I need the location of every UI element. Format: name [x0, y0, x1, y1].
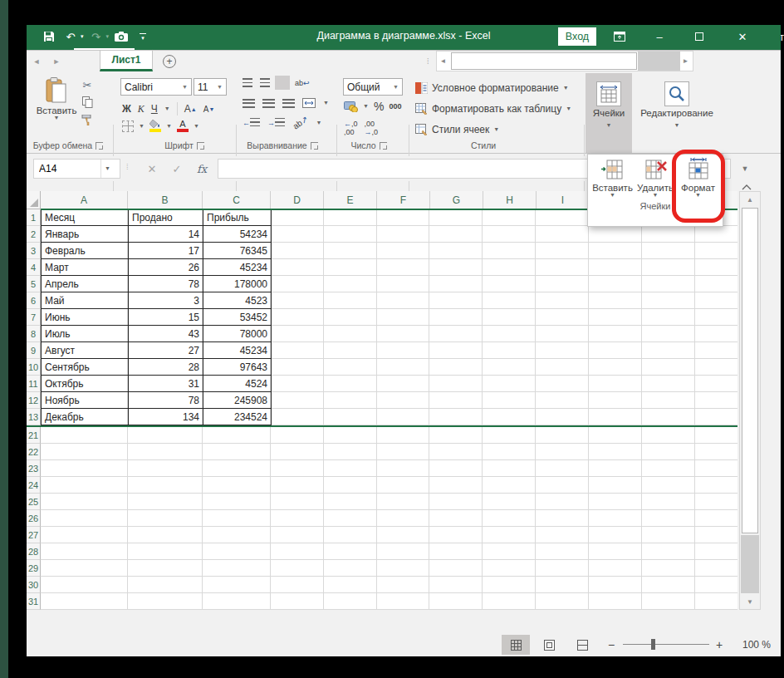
cell-c1[interactable]: Прибыль — [203, 209, 272, 226]
sold-cell[interactable]: 15 — [129, 309, 203, 326]
sold-cell[interactable]: 134 — [129, 409, 203, 425]
font-color-icon[interactable]: А — [177, 120, 189, 132]
formula-bar-expand-icon[interactable]: ▼ — [734, 159, 756, 179]
row-header[interactable]: 7 — [27, 309, 41, 326]
sold-cell[interactable]: 78 — [129, 392, 203, 409]
scroll-right-icon[interactable]: ► — [679, 52, 693, 71]
comma-style-button[interactable]: 000 — [389, 102, 401, 111]
borders-icon[interactable] — [122, 120, 134, 132]
row-header[interactable]: 29 — [27, 560, 41, 577]
cell-styles-button[interactable]: Стили ячеек▼ — [415, 120, 571, 138]
row-header[interactable]: 12 — [27, 392, 41, 409]
close-button[interactable]: ✕ — [726, 25, 759, 48]
column-header[interactable]: C — [203, 191, 271, 209]
row-header[interactable]: 9 — [27, 342, 41, 359]
row-header[interactable]: 31 — [27, 593, 41, 610]
table-row[interactable]: Март 26 45234 — [42, 259, 272, 276]
row-header[interactable]: 26 — [27, 510, 41, 527]
column-header[interactable]: D — [271, 191, 324, 209]
sold-cell[interactable]: 43 — [129, 326, 203, 342]
font-size-combo[interactable]: 11▼ — [194, 78, 227, 96]
sign-in-button[interactable]: Вход — [558, 27, 596, 46]
month-cell[interactable]: Август — [42, 342, 129, 359]
percent-style-button[interactable]: % — [374, 100, 384, 113]
scroll-down-icon[interactable]: ▼ — [740, 594, 760, 609]
horizontal-scrollbar-track[interactable] — [638, 52, 680, 71]
row-header[interactable]: 23 — [27, 460, 41, 477]
page-break-view-button[interactable] — [568, 635, 596, 655]
month-cell[interactable]: Ноябрь — [42, 392, 129, 409]
scroll-left-icon[interactable]: ◄ — [437, 52, 450, 71]
month-cell[interactable]: Октябрь — [42, 376, 129, 392]
format-painter-icon[interactable] — [80, 113, 95, 126]
merge-dropdown-icon[interactable]: ▼ — [323, 101, 329, 106]
vertical-scrollbar[interactable]: ▲ ▼ — [739, 191, 761, 610]
maximize-button[interactable] — [683, 25, 716, 48]
tabbar-resize-handle[interactable]: ⁞ — [427, 51, 429, 71]
column-header[interactable]: H — [483, 191, 537, 209]
zoom-slider-track[interactable] — [623, 644, 709, 645]
zoom-out-button[interactable]: − — [608, 638, 615, 651]
orientation-icon[interactable]: ab↗ — [292, 114, 310, 130]
row-header[interactable]: 8 — [27, 326, 41, 342]
profit-cell[interactable]: 45234 — [203, 342, 272, 359]
insert-function-icon[interactable]: fx — [191, 159, 213, 179]
paste-button[interactable]: Вставить ▼ — [37, 77, 76, 120]
table-row[interactable]: Январь 14 54234 — [42, 226, 272, 243]
select-all-corner[interactable] — [27, 191, 41, 209]
table-row[interactable]: Август 27 45234 — [42, 342, 272, 359]
format-as-table-button[interactable]: Форматировать как таблицу▼ — [415, 100, 571, 117]
wrap-text-icon[interactable]: ab↩ — [295, 79, 310, 87]
zoom-level[interactable]: 100 % — [728, 639, 771, 651]
name-box[interactable]: ▼ — [33, 159, 120, 179]
profit-cell[interactable]: 54234 — [203, 226, 272, 243]
sheet-tab-list1[interactable]: Лист1 — [100, 51, 153, 71]
zoom-slider-thumb[interactable] — [651, 639, 655, 650]
collapse-ribbon-icon[interactable] — [741, 183, 752, 191]
table-header-row[interactable]: Месяц Продано Прибыль — [42, 209, 272, 226]
profit-cell[interactable]: 4524 — [203, 376, 272, 392]
increase-indent-icon[interactable]: → — [267, 118, 285, 127]
increase-decimal-icon[interactable]: ←,0,00 — [344, 120, 358, 136]
row-header[interactable]: 25 — [27, 494, 41, 510]
bold-button[interactable]: Ж — [122, 100, 131, 118]
delete-dropdown-icon[interactable]: ▼ — [653, 193, 659, 198]
profit-cell[interactable]: 4523 — [203, 292, 272, 309]
row-header[interactable]: 30 — [27, 577, 41, 593]
align-center-icon[interactable] — [262, 99, 275, 108]
page-layout-view-button[interactable] — [535, 635, 563, 655]
decrease-indent-icon[interactable]: ← — [243, 118, 260, 127]
row-header[interactable]: 2 — [27, 226, 41, 243]
name-box-dropdown-icon[interactable]: ▼ — [100, 160, 114, 178]
row-header[interactable]: 11 — [27, 376, 41, 392]
row-header[interactable]: 4 — [27, 259, 41, 276]
vertical-scrollbar-thumb[interactable] — [742, 208, 758, 533]
align-top-icon[interactable] — [243, 78, 252, 87]
sold-cell[interactable]: 31 — [129, 376, 203, 392]
row-header[interactable]: 22 — [27, 444, 41, 460]
new-sheet-button[interactable]: + — [153, 51, 186, 71]
align-middle-icon[interactable] — [260, 78, 270, 87]
row-header[interactable]: 24 — [27, 477, 41, 494]
delete-cells-button[interactable]: Удалить ▼ — [635, 157, 677, 198]
name-box-input[interactable] — [34, 163, 100, 174]
sheet-prev-icon[interactable]: ◄ — [27, 51, 47, 71]
sold-cell[interactable]: 78 — [129, 276, 203, 292]
normal-view-button[interactable] — [502, 635, 530, 655]
paste-dropdown-icon[interactable]: ▼ — [54, 115, 60, 120]
editing-group-button[interactable]: Редактирование ▼ — [635, 73, 718, 153]
month-cell[interactable]: Сентябрь — [42, 359, 129, 376]
table-row[interactable]: Июнь 15 53452 — [42, 309, 272, 326]
table-row[interactable]: Сентябрь 28 97643 — [42, 359, 272, 376]
number-dialog-launcher-icon[interactable] — [380, 142, 387, 150]
profit-cell[interactable]: 53452 — [203, 309, 272, 326]
accounting-format-icon[interactable] — [344, 101, 358, 112]
align-right-icon[interactable] — [282, 99, 295, 108]
underline-button[interactable]: Ч — [151, 100, 158, 118]
fill-color-dropdown-icon[interactable]: ▼ — [166, 124, 172, 129]
clipboard-dialog-launcher-icon[interactable] — [96, 142, 103, 150]
shrink-font-button[interactable]: А▼ — [203, 100, 215, 118]
column-header[interactable]: I — [537, 191, 590, 209]
profit-cell[interactable]: 76345 — [203, 243, 272, 259]
italic-button[interactable]: К — [138, 100, 145, 118]
